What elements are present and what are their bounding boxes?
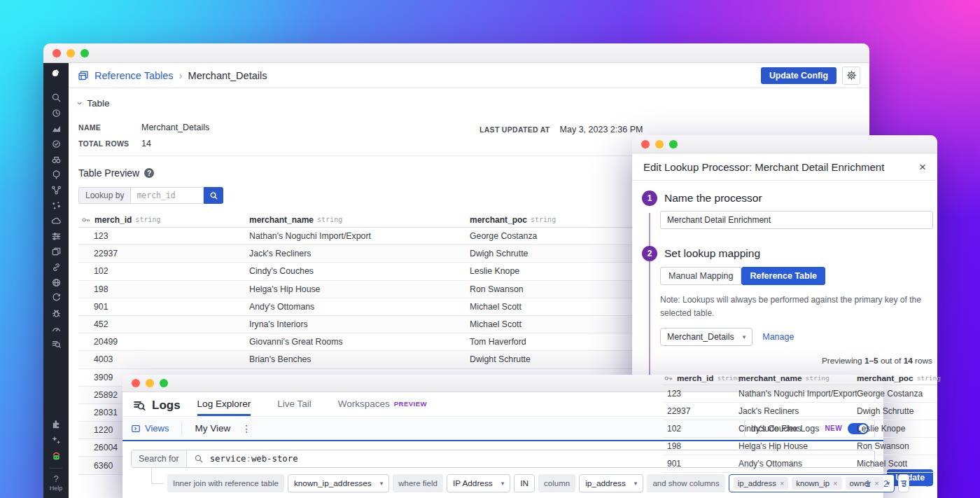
tab-log-explorer[interactable]: Log Explorer [197,392,251,416]
synthetics-icon[interactable] [50,277,62,288]
minimize-window-button[interactable] [146,379,154,387]
table-cell: Helga's Hip House [249,284,470,294]
help-label: Help [50,485,63,492]
step-1: 1 Name the processor [632,191,937,229]
dropdown-ip-address[interactable]: IP Address▾ [447,474,510,492]
watchdog-icon[interactable] [50,153,62,165]
column-header-merchant_name[interactable]: merchant_namestring [249,215,470,225]
column-header-merchant_name[interactable]: merchant_namestring [738,373,857,383]
dashboards-icon[interactable] [50,246,62,257]
mapping-option-reference-table[interactable]: Reference Table [741,267,825,285]
label-inner-join-with-reference-table: Inner join with reference table [167,474,284,492]
close-window-button[interactable] [132,379,140,387]
processes-icon[interactable] [50,200,62,211]
logs-tabs: Log ExplorerLive TailWorkspacesPREVIEW [197,392,427,416]
update-config-button[interactable]: Update Config [761,67,836,84]
column-header-merch_id[interactable]: merch_idstring [664,373,738,383]
tab-live-tail[interactable]: Live Tail [277,392,312,416]
service-map-icon[interactable] [50,261,62,272]
reference-table-select[interactable]: Merchant_Details ▾ [660,328,752,346]
segment-text: IP Address [453,478,493,488]
log-explorer-icon[interactable] [50,338,62,350]
query-text[interactable]: service:web-store [210,454,298,464]
copilot-icon[interactable] [50,435,62,446]
table-cell: 22937 [78,249,249,258]
edit-lookup-processor-window: Edit Lookup Processor: Merchant Detail E… [632,135,937,498]
table-row[interactable]: 123Nathan's Noguchi Import/ExportGeorge … [664,385,937,403]
tab-workspaces[interactable]: WorkspacesPREVIEW [338,392,427,416]
minimize-window-button[interactable] [66,49,75,57]
table-row[interactable]: 901Andy's OttomansMichael Scott [664,455,937,473]
processor-name-input[interactable] [660,211,933,229]
workflows-icon[interactable] [50,292,62,303]
lookup-search-button[interactable] [204,187,223,204]
mapping-option-manual-mapping[interactable]: Manual Mapping [660,267,741,285]
history-icon[interactable] [50,107,62,118]
page-2[interactable]: 2 [883,479,888,489]
preview-badge: PREVIEW [394,400,427,408]
table-row[interactable]: 102Cindy's CouchesLeslie Knope [664,420,937,438]
total-rows-label: TOTAL ROWS [78,139,141,148]
gear-icon[interactable] [842,67,860,85]
zoom-window-button[interactable] [80,49,89,57]
views-button[interactable]: Views [131,423,169,434]
kebab-menu-icon[interactable]: ⋮ [241,423,251,434]
sidebar-icons-bottom [50,419,62,462]
table-cell: Ron Swanson [857,441,937,451]
table-cell: 4003 [78,354,249,364]
table-body: 123Nathan's Noguchi Import/ExportGeorge … [664,385,937,473]
breadcrumb-section[interactable]: Reference Tables [94,70,174,81]
bits-ai-icon[interactable] [50,451,62,462]
key-icon [81,215,91,225]
infrastructure-icon[interactable] [50,169,62,180]
table-row[interactable]: 22937Jack's ReclinersDwigh Schrutte [664,403,937,420]
minimize-window-button[interactable] [655,140,664,148]
close-window-button[interactable] [52,49,61,57]
table-cell: Iryna's Interiors [249,319,470,329]
table-section-header[interactable]: › Table [78,98,860,109]
log-pipelines-icon[interactable] [50,230,62,242]
zoom-window-button[interactable] [160,379,168,387]
monitors-icon[interactable] [50,138,62,149]
dropdown-known_ip_addresses[interactable]: known_ip_addresses▾ [288,474,389,492]
performance-icon[interactable] [50,323,62,334]
security-icon[interactable] [50,307,62,319]
table-cell: 102 [78,266,249,276]
step-2-heading: Set lookup mapping [664,246,937,260]
close-icon[interactable]: × [919,161,926,173]
sidebar-help[interactable]: ? Help [50,474,63,492]
desktop-background: ? Help Reference Tables › Merchant_Detai… [0,0,980,498]
page-1[interactable]: 1 [865,479,870,489]
lookup-input[interactable] [130,187,204,204]
column-type: string [531,216,556,223]
reference-tables-icon [78,70,89,81]
total-rows-value: 14 [141,139,151,148]
integrations-icon[interactable] [50,419,62,430]
label-column: column [538,474,575,492]
help-circle-icon[interactable]: ? [144,168,154,178]
page-3[interactable]: 3 [902,479,906,489]
manage-link[interactable]: Manage [762,332,794,342]
table-cell: Giovanni's Great Rooms [249,337,470,347]
next-page-icon[interactable]: → [920,478,930,490]
table-preview-title: Table Preview [78,167,139,179]
table-cell: Nathan's Noguchi Import/Export [738,389,857,399]
table-row[interactable]: 198Helga's Hip HouseRon Swanson [664,438,937,455]
search-icon[interactable] [50,92,62,103]
column-header-merch_id[interactable]: merch_idstring [78,215,249,225]
current-view-label[interactable]: My View [195,423,230,434]
close-window-button[interactable] [641,140,650,148]
ci-cd-icon[interactable] [50,215,62,226]
column-header-merchant_poc[interactable]: merchant_pocstring [857,373,941,383]
zoom-window-button[interactable] [669,140,678,148]
apm-icon[interactable] [50,184,62,195]
lookup-by-label: Lookup by [78,187,130,204]
metrics-icon[interactable] [50,123,62,134]
operator-in[interactable]: IN [514,474,535,492]
segment-text: where field [398,479,438,487]
table-header-row: merch_idstringmerchant_namestringmerchan… [664,371,937,385]
datadog-logo-icon[interactable] [50,68,62,79]
tab-label: Workspaces [338,399,390,409]
column-type: string [717,374,741,382]
table-cell: Jack's Recliners [738,406,857,416]
